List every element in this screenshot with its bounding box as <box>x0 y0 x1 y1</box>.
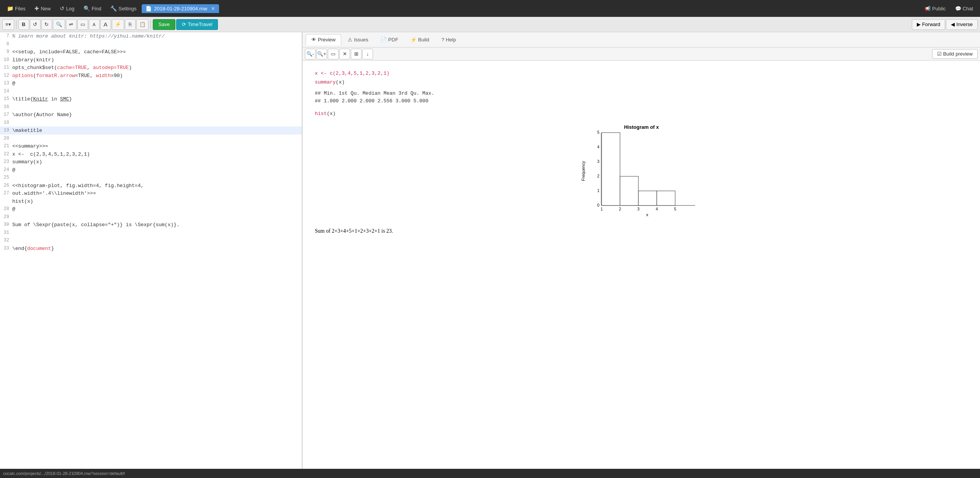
nav-new[interactable]: ✚ New <box>31 4 54 13</box>
line-content: <<setup, include=FALSE, cache=FALSE>>= <box>12 48 302 56</box>
download-icon: ↓ <box>366 51 369 57</box>
nav-files[interactable]: 📁 Files <box>3 4 29 13</box>
r-code-block-1: x <- c(2,3,4,5,1,2,3,2,1) summary(x) <box>315 70 968 87</box>
line-number: 14 <box>2 87 12 95</box>
zoom-out-button[interactable]: 🔍- <box>305 49 316 59</box>
code-line-20: 20 <box>0 135 302 143</box>
tab-pdf[interactable]: 📄 PDF <box>375 34 404 45</box>
tab-issues[interactable]: ⚠ Issues <box>342 34 374 45</box>
active-tab[interactable]: 📄 2018-01-28-210904.rnw ✕ <box>142 4 219 13</box>
top-nav: 📁 Files ✚ New ↺ Log 🔍 Find 🔧 Settings 📄 … <box>0 0 980 17</box>
text-large-button[interactable]: A <box>100 19 111 30</box>
timetravel-button[interactable]: ⟳ TimeTravel <box>176 19 218 30</box>
nav-log[interactable]: ↺ Log <box>56 4 78 13</box>
line-number: 24 <box>2 166 12 173</box>
svg-rect-14 <box>657 191 675 205</box>
svg-rect-11 <box>602 133 620 205</box>
tab-help[interactable]: ? Help <box>436 34 462 45</box>
copy-button[interactable]: ⎘ <box>125 19 136 30</box>
line-number: 10 <box>2 56 12 63</box>
preview-tabs: 👁 Preview ⚠ Issues 📄 PDF ⚡ Build ? Help <box>303 32 980 48</box>
line-content: @ <box>12 79 302 87</box>
nav-find[interactable]: 🔍 Find <box>80 4 105 13</box>
code-line-31: 31 <box>0 229 302 237</box>
line-content: % learn more about knitr: https://yihui.… <box>12 32 302 40</box>
find-icon: 🔍 <box>83 5 90 11</box>
search-icon: 🔍 <box>56 21 62 27</box>
histogram-svg: Histogram of x Frequency x 0 1 2 <box>580 121 703 221</box>
grid-view-icon: ⊞ <box>354 51 358 57</box>
public-icon: 📢 <box>924 6 931 11</box>
line-number: 31 <box>2 229 12 236</box>
public-label: Public <box>932 6 946 11</box>
svg-text:0: 0 <box>597 203 599 207</box>
forward-button[interactable]: ▶ Forward <box>912 19 946 30</box>
tab-build[interactable]: ⚡ Build <box>405 34 435 45</box>
tab-preview[interactable]: 👁 Preview <box>306 34 341 45</box>
code-editor[interactable]: 7 % learn more about knitr: https://yihu… <box>0 32 302 469</box>
pdf-tab-icon: 📄 <box>381 37 387 43</box>
code-line-23: 23 summary(x) <box>0 158 302 166</box>
log-label: Log <box>66 6 74 11</box>
output-values: ## 1.000 2.000 2.000 2.556 3.000 5.000 <box>315 97 968 105</box>
forward-arrow-icon: ▶ <box>917 21 921 27</box>
page-view-button[interactable]: ▭ <box>328 49 339 59</box>
line-number: 18 <box>2 119 12 126</box>
zoom-in-icon: 🔍+ <box>317 51 326 57</box>
svg-rect-13 <box>638 191 657 205</box>
svg-text:Frequency: Frequency <box>581 161 586 181</box>
close-view-button[interactable]: ✕ <box>339 49 350 59</box>
line-number: 19 <box>2 126 12 134</box>
chat-button[interactable]: 💬 Chat <box>951 4 977 13</box>
line-content: \end{document} <box>12 245 302 253</box>
preview-content[interactable]: x <- c(2,3,4,5,1,2,3,2,1) summary(x) ## … <box>303 61 980 469</box>
svg-rect-12 <box>620 176 638 205</box>
redo-button[interactable]: ↻ <box>41 19 52 30</box>
tab-close-icon[interactable]: ✕ <box>211 6 215 11</box>
hist-code-line: hist(x) <box>315 110 968 118</box>
public-button[interactable]: 📢 Public <box>921 4 949 13</box>
code-line-16: 16 <box>0 103 302 111</box>
code-line-15: 15 \title{Knitr in SMC} <box>0 95 302 103</box>
save-button[interactable]: Save <box>153 19 176 30</box>
new-icon: ✚ <box>34 5 39 11</box>
build-preview-button[interactable]: ☑ Build preview <box>932 49 978 59</box>
mode-dropdown[interactable]: ≡ ▾ <box>2 19 14 30</box>
grid-view-button[interactable]: ⊞ <box>351 49 362 59</box>
checkbox-icon: ☑ <box>937 51 942 57</box>
zoom-in-button[interactable]: 🔍+ <box>316 49 327 59</box>
code-line-21: 21 <<summary>>= <box>0 142 302 150</box>
line-content <box>12 237 302 245</box>
align-button[interactable]: ⇌ <box>66 19 77 30</box>
code-line-25: 25 <box>0 174 302 182</box>
undo-button[interactable]: ↺ <box>30 19 41 30</box>
line-content <box>12 174 302 182</box>
download-button[interactable]: ↓ <box>362 49 373 59</box>
code-line-32: 32 <box>0 237 302 245</box>
nav-right: 📢 Public 💬 Chat <box>921 4 977 13</box>
line-content: summary(x) <box>12 158 302 166</box>
line-number: 13 <box>2 79 12 87</box>
line-content: <<summary>>= <box>12 142 302 150</box>
line-number: 28 <box>2 205 12 212</box>
tab-name: 2018-01-28-210904.rnw <box>154 6 207 11</box>
code-line-29: 29 <box>0 213 302 221</box>
code-line-26: 26 <<histogram-plot, fig.width=4, fig.he… <box>0 182 302 190</box>
lightning-icon: ⚡ <box>115 21 121 27</box>
page-button[interactable]: ▭ <box>77 19 88 30</box>
redo-icon: ↻ <box>44 21 49 27</box>
lightning-button[interactable]: ⚡ <box>112 19 124 30</box>
inverse-button[interactable]: ◀ Inverse <box>946 19 978 30</box>
zoom-out-icon: 🔍- <box>306 51 314 57</box>
bold-button[interactable]: B <box>18 19 29 30</box>
svg-text:1: 1 <box>600 207 603 211</box>
code-line-22: 22 x <- c(2,3,4,5,1,2,3,2,1) <box>0 150 302 158</box>
code-line-7: 7 % learn more about knitr: https://yihu… <box>0 32 302 40</box>
text-small-button[interactable]: A <box>89 19 100 30</box>
code-line-11: 11 opts_chunk$set(cache=TRUE, autodep=TR… <box>0 64 302 72</box>
search-button[interactable]: 🔍 <box>53 19 65 30</box>
nav-settings[interactable]: 🔧 Settings <box>106 4 140 13</box>
close-view-icon: ✕ <box>343 51 347 57</box>
paste-button[interactable]: 📋 <box>136 19 149 30</box>
line-content <box>12 135 302 143</box>
